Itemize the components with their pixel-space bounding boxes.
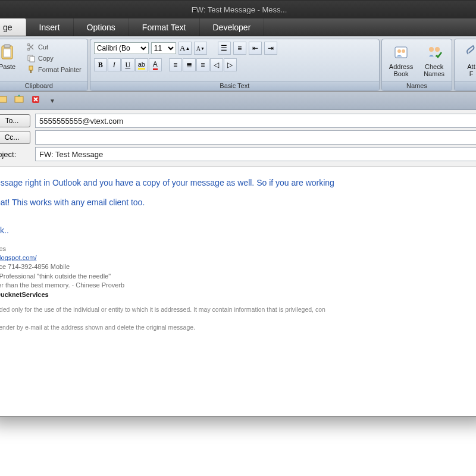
svg-rect-7 (29, 66, 33, 70)
paste-label: Paste (0, 63, 15, 70)
send-receive-icon (14, 94, 24, 107)
group-include: Att F (454, 39, 476, 91)
sig-brand: DucknetServices (0, 290, 476, 299)
tab-options[interactable]: Options (74, 18, 129, 36)
ribbon: Paste Cut Copy Format Painter (0, 36, 476, 92)
to-field[interactable] (35, 114, 476, 128)
font-size-select[interactable]: 11 (151, 42, 176, 54)
paperclip-icon (462, 43, 476, 62)
check-names-button[interactable]: Check Names (420, 42, 448, 79)
sig-proverb: ter than the best memory. - Chinese Prov… (0, 281, 476, 290)
format-painter-button[interactable]: Format Painter (24, 64, 84, 75)
highlight-icon: ab (138, 61, 145, 70)
qat-send-receive[interactable] (12, 94, 26, 107)
group-basic-text-label: Basic Text (90, 81, 379, 90)
group-clipboard-label: Clipboard (0, 81, 87, 90)
svg-rect-8 (30, 70, 32, 73)
sig-company: ces (0, 245, 476, 253)
disclaimer-1: nded only for the use of the individual … (0, 305, 476, 314)
bullets-icon: ☰ (221, 44, 227, 52)
delete-icon (30, 94, 41, 107)
tab-developer[interactable]: Developer (200, 18, 265, 36)
decrease-indent-icon: ◁ (214, 61, 219, 69)
body-line-1: essage right in Outlook and you have a c… (0, 177, 476, 189)
svg-rect-14 (0, 96, 7, 102)
bullets-button[interactable]: ☰ (218, 42, 231, 55)
address-book-icon (392, 43, 411, 62)
attach-file-button[interactable]: Att F (458, 42, 476, 79)
align-right-icon: ≡ (201, 61, 205, 69)
cut-button[interactable]: Cut (24, 42, 84, 52)
scissors-icon (26, 42, 36, 52)
font-color-button[interactable]: A (149, 58, 162, 71)
address-book-label: Address Book (389, 63, 413, 77)
svg-point-11 (402, 49, 405, 53)
group-basic-text: Calibri (Bo 11 A▲ A▼ ☰ ≡ ⇤ ⇥ B I U ab A (90, 39, 380, 91)
copy-button[interactable]: Copy (24, 53, 84, 64)
to-button[interactable]: To... (0, 114, 30, 127)
group-names-label: Names (382, 81, 452, 90)
highlight-button[interactable]: ab (135, 58, 148, 71)
svg-rect-6 (30, 57, 35, 62)
group-names: Address Book Check Names Names (381, 39, 452, 91)
tab-message[interactable]: ge (0, 18, 26, 36)
italic-button[interactable]: I (108, 58, 121, 71)
tab-format-text[interactable]: Format Text (129, 18, 200, 36)
account-icon (0, 94, 8, 107)
increase-indent-button[interactable]: ▷ (224, 58, 237, 71)
underline-button[interactable]: U (121, 58, 134, 71)
disclaimer-3: sender by e-mail at the address shown an… (0, 323, 476, 332)
sig-phone: fice 714-392-4856 Mobile (0, 262, 476, 271)
decrease-indent-button[interactable]: ◁ (210, 58, 223, 71)
svg-rect-2 (4, 49, 11, 57)
align-left-icon: ≡ (173, 61, 177, 69)
indent-increase-button[interactable]: ⇥ (264, 42, 277, 55)
quick-access-toolbar: ▼ (0, 92, 476, 110)
check-names-icon (425, 43, 444, 62)
message-headers: To... Cc... ubject: (0, 110, 476, 167)
attach-label: Att F (467, 63, 475, 77)
increase-indent-icon: ▷ (227, 61, 233, 69)
grow-font-button[interactable]: A▲ (178, 42, 192, 55)
outdent-icon: ⇤ (252, 44, 258, 52)
body-line-3: ck.. (0, 225, 476, 236)
shrink-font-button[interactable]: A▼ (194, 42, 207, 55)
font-family-select[interactable]: Calibri (Bo (94, 42, 149, 54)
group-clipboard: Paste Cut Copy Format Painter (0, 39, 88, 91)
numbering-icon: ≡ (237, 44, 242, 52)
sig-link[interactable]: blogspot.com/ (0, 254, 36, 261)
disclaimer-2: t. (0, 314, 476, 323)
body-line-2: eat! This works with any email client to… (0, 197, 476, 208)
indent-decrease-button[interactable]: ⇤ (249, 42, 262, 55)
sig-tagline: l Professional "think outside the needle… (0, 272, 476, 281)
align-center-icon: ≣ (186, 61, 192, 69)
align-right-button[interactable]: ≡ (196, 58, 209, 71)
paintbrush-icon (26, 65, 36, 74)
svg-rect-15 (15, 96, 23, 102)
check-names-label: Check Names (424, 63, 444, 77)
qat-dropdown[interactable]: ▼ (46, 94, 59, 107)
cc-field[interactable] (35, 130, 476, 145)
ribbon-tabs: ge Insert Options Format Text Developer (0, 18, 476, 36)
qat-account[interactable] (0, 94, 9, 107)
numbering-button[interactable]: ≡ (233, 42, 246, 55)
align-center-button[interactable]: ≣ (183, 58, 196, 71)
align-left-button[interactable]: ≡ (169, 58, 182, 71)
qat-delete[interactable] (29, 94, 42, 107)
address-book-button[interactable]: Address Book (386, 42, 416, 79)
subject-field[interactable] (35, 147, 476, 161)
clipboard-icon (0, 43, 17, 62)
subject-label: ubject: (0, 150, 30, 159)
copy-icon (26, 54, 36, 63)
svg-point-12 (429, 47, 434, 52)
chevron-down-icon: ▼ (49, 98, 55, 104)
disclaimer: nded only for the use of the individual … (0, 305, 476, 333)
message-body[interactable]: essage right in Outlook and you have a c… (0, 167, 476, 416)
cc-button[interactable]: Cc... (0, 131, 30, 144)
window-title: FW: Test Message - Mess... (192, 5, 287, 14)
bold-button[interactable]: B (94, 58, 107, 71)
tab-insert[interactable]: Insert (26, 18, 74, 36)
signature: ces blogspot.com/ fice 714-392-4856 Mobi… (0, 245, 476, 299)
paste-button[interactable]: Paste (0, 42, 20, 71)
indent-icon: ⇥ (268, 44, 274, 52)
